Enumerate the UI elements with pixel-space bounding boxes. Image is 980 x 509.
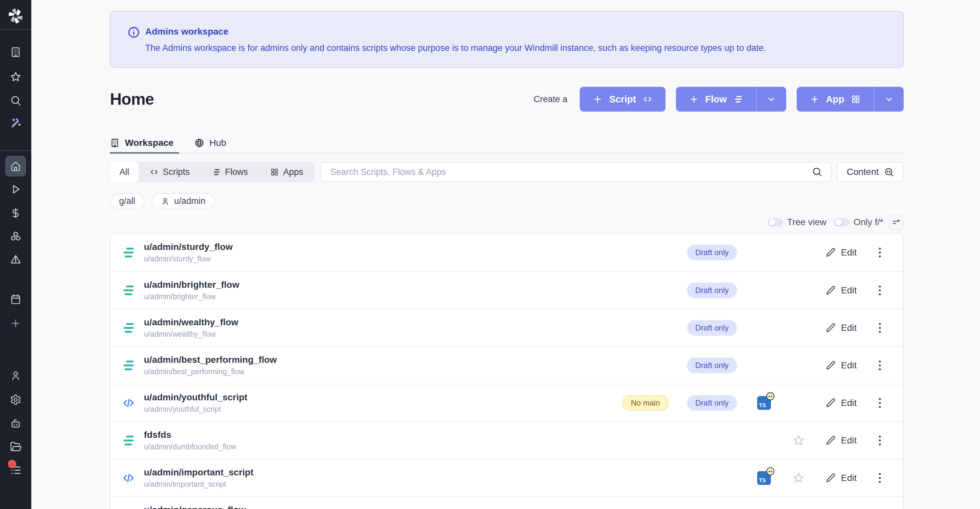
robot-icon [10, 417, 22, 429]
table-row[interactable]: u/admin/important_script u/admin/importa… [111, 459, 903, 496]
sidebar-item-add[interactable] [0, 317, 31, 330]
flow-bars-icon [212, 168, 221, 177]
table-row[interactable]: u/admin/best_performing_flow u/admin/bes… [111, 346, 903, 384]
extra-filters-button[interactable] [889, 215, 904, 230]
sidebar-item-user[interactable] [0, 369, 31, 382]
item-path: u/admin/wealthy_flow [144, 330, 238, 339]
create-label: Create a [534, 94, 568, 104]
building-icon [10, 46, 22, 58]
pencil-icon [826, 285, 836, 295]
tag-user-admin[interactable]: u/admin [152, 193, 215, 209]
filter-scripts[interactable]: Scripts [138, 162, 201, 182]
globe-icon [194, 138, 204, 148]
sidebar-item-runs[interactable] [0, 183, 31, 196]
sidebar-item-resources[interactable] [0, 230, 31, 243]
create-script-button[interactable]: Script [580, 87, 665, 111]
flow-dropdown-chevron[interactable] [756, 87, 786, 111]
sidebar-item-variables[interactable] [0, 207, 31, 220]
filter-plus-icon [892, 218, 901, 227]
favorite-star-button[interactable] [791, 433, 806, 448]
status-badge: Draft only [687, 358, 737, 373]
item-name: u/admin/youthful_script [144, 392, 247, 402]
sidebar-item-ai[interactable] [0, 117, 31, 130]
only-folders-label: Only f/* [853, 217, 883, 227]
plus-icon [10, 318, 22, 329]
filter-all[interactable]: All [110, 162, 138, 182]
edit-button[interactable]: Edit [826, 323, 857, 333]
tab-bar: Workspace Hub [110, 138, 904, 153]
table-row[interactable]: u/admin/sturdy_flow u/admin/sturdy_flow … [111, 234, 903, 271]
star-icon [792, 434, 805, 447]
flow-bars-icon [733, 94, 743, 104]
star-icon [792, 472, 805, 484]
tab-hub[interactable]: Hub [194, 138, 226, 148]
bun-logo-icon [766, 467, 775, 476]
item-name: u/admin/brighter_flow [144, 280, 239, 290]
sidebar-item-schedules[interactable] [0, 293, 31, 306]
sidebar-item-workers[interactable] [0, 417, 31, 430]
sidebar-item-favorites[interactable] [0, 70, 31, 84]
sidebar-item-search[interactable] [0, 94, 31, 107]
table-row[interactable]: u/admin/brighter_flow u/admin/brighter_f… [111, 271, 903, 309]
edit-button[interactable]: Edit [826, 398, 857, 408]
table-row[interactable]: u/admin/wealthy_flow u/admin/wealthy_flo… [111, 309, 903, 346]
filter-apps[interactable]: Apps [259, 162, 315, 182]
badges: Draft only [687, 358, 737, 373]
pencil-icon [826, 473, 836, 483]
table-row[interactable]: u/admin/youthful_script u/admin/youthful… [111, 384, 903, 421]
row-menu-button[interactable] [876, 472, 883, 484]
search-input[interactable] [320, 162, 832, 182]
create-app-button[interactable]: App [797, 87, 873, 111]
filter-flows[interactable]: Flows [201, 162, 259, 182]
only-folders-toggle[interactable] [834, 218, 849, 226]
row-menu-button[interactable] [876, 284, 883, 297]
banner-title: Admins workspace [145, 26, 228, 37]
table-row[interactable]: fdsfds u/admin/dumbfounded_flow TS [111, 421, 903, 459]
create-flow-button[interactable]: Flow [676, 87, 756, 111]
active-tab-underline [110, 152, 179, 154]
tag-group-all[interactable]: g/all [110, 193, 145, 209]
code-icon [643, 94, 652, 104]
status-badge: Draft only [687, 395, 737, 411]
create-app-button-group: App [797, 87, 904, 111]
tree-view-toggle[interactable] [768, 218, 783, 226]
badges: Draft only [687, 320, 737, 336]
edit-button[interactable]: Edit [826, 285, 857, 296]
edit-button[interactable]: Edit [826, 473, 857, 483]
edit-button[interactable]: Edit [826, 435, 857, 446]
pencil-icon [826, 360, 836, 370]
windmill-logo-icon[interactable] [0, 5, 31, 27]
item-path: u/admin/youthful_script [144, 405, 247, 414]
item-path: u/admin/best_performing_flow [144, 367, 277, 376]
sidebar-item-triggers[interactable] [0, 253, 31, 266]
status-badge: Draft only [687, 283, 737, 298]
content-search-button[interactable]: Content [837, 162, 904, 182]
kind-filter: All Scripts Flows Apps [110, 162, 315, 182]
sidebar-item-home[interactable] [0, 156, 31, 177]
sidebar-item-folders[interactable] [0, 440, 31, 453]
sidebar-item-audit-logs[interactable] [0, 463, 31, 478]
row-menu-button[interactable] [876, 247, 883, 259]
badges: Draft only [687, 283, 737, 298]
row-menu-button[interactable] [876, 434, 883, 447]
badges: No mainDraft only [622, 395, 737, 411]
flow-icon [121, 433, 136, 448]
sidebar-item-workspace[interactable] [0, 46, 31, 59]
row-menu-button[interactable] [876, 322, 883, 334]
sidebar-item-settings[interactable] [0, 393, 31, 406]
script-icon [122, 471, 135, 485]
row-menu-button[interactable] [876, 359, 883, 372]
edit-button[interactable]: Edit [826, 247, 857, 258]
app-dropdown-chevron[interactable] [873, 87, 904, 111]
magic-wand-icon [10, 118, 22, 129]
row-menu-button[interactable] [876, 397, 883, 409]
favorite-star-button[interactable] [791, 508, 806, 509]
favorite-star-button[interactable] [791, 471, 806, 485]
info-icon [127, 26, 140, 40]
table-row[interactable]: u/admin/generous_flow u/admin/generous_f… [111, 496, 903, 509]
edit-button[interactable]: Edit [826, 360, 857, 371]
flow-icon [121, 283, 136, 297]
pencil-icon [826, 398, 836, 408]
tab-workspace[interactable]: Workspace [110, 138, 173, 148]
main-content: Admins workspace The Admins workspace is… [110, 0, 904, 509]
